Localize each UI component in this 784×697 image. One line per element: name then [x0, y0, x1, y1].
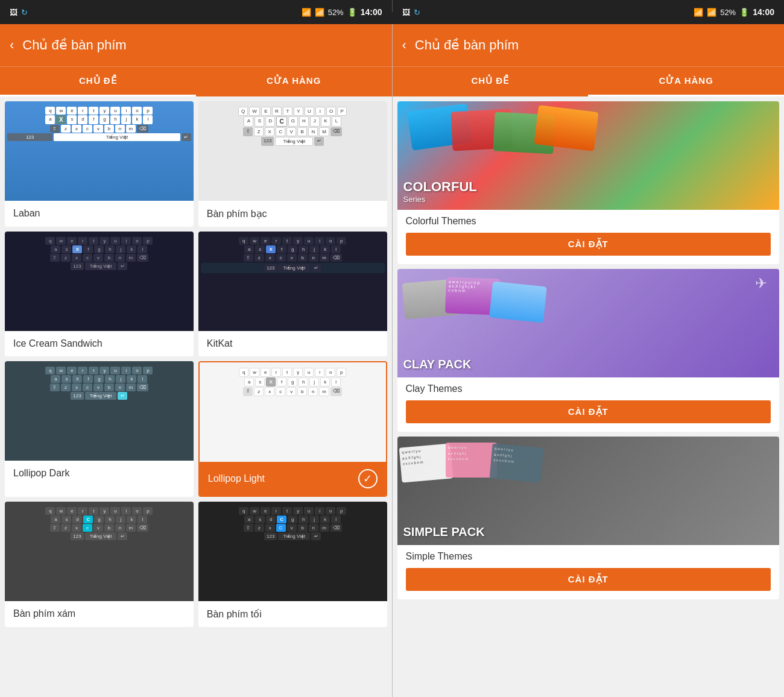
silver-label: Bàn phím bạc: [198, 201, 387, 227]
theme-card-ldark[interactable]: qwertyuiop asXfghjkl ⇧zxcvbnm⌫ 123Tiếng …: [5, 361, 194, 497]
colorful-pack-name: COLORFUL: [403, 179, 774, 195]
theme-card-ics[interactable]: qwertyuiop asXfghjkl ⇧zxcvbnm⌫ 123Tiếng …: [5, 232, 194, 356]
status-bar-right: 🖼 ↻ 📶 📶 52% 🔋 14:00: [393, 0, 785, 24]
store-card-clay[interactable]: ✈ q w e r t y u i o p a s X f g h j k l …: [397, 269, 780, 432]
signal-icon-right: 📶: [707, 8, 716, 17]
theme-card-silver[interactable]: QWERTYUIOP ASDCGHJKL ⇧ZXCVBNM⌫ 123Tiếng …: [198, 101, 387, 227]
right-tabs: CHỦ ĐỀ CỬA HÀNG: [393, 66, 785, 96]
clay-pack-name: CLAY PACK: [403, 358, 774, 371]
colorful-preview: COLORFUL Series: [397, 101, 780, 210]
ldark-label: Lollipop Dark: [5, 461, 194, 486]
photo-icon-right: 🖼: [402, 8, 410, 17]
silver-preview: QWERTYUIOP ASDCGHJKL ⇧ZXCVBNM⌫ 123Tiếng …: [198, 101, 387, 201]
simple-preview: q w e r t y u a s X f g h j z x c v b n …: [397, 437, 780, 545]
right-header-title: Chủ đề bàn phím: [415, 37, 519, 53]
colorful-title: Colorful Themes: [406, 216, 476, 227]
theme-card-dark[interactable]: qwertyuiop asdCghjkl ⇧zxCvbnm⌫ 123Tiếng …: [198, 502, 387, 627]
colorful-pack-sub: Series: [403, 195, 774, 204]
laban-label: Laban: [5, 201, 194, 226]
battery-left: 52%: [328, 8, 344, 17]
signal-icon: 📶: [315, 8, 324, 17]
left-header-title: Chủ đề bàn phím: [22, 37, 126, 53]
left-status-icons: 🖼 ↻: [10, 8, 28, 17]
status-bar: 🖼 ↻ 📶 📶 52% 🔋 14:00 🖼 ↻ 📶 📶 52% 🔋 14:00: [0, 0, 784, 24]
time-right: 14:00: [753, 7, 774, 17]
simple-footer: Simple Themes: [397, 545, 780, 568]
ics-label: Ice Cream Sandwich: [5, 331, 194, 356]
left-back-button[interactable]: ‹: [10, 37, 14, 53]
left-panel: ‹ Chủ đề bàn phím CHỦ ĐỀ CỬA HÀNG qwerty…: [0, 24, 393, 697]
ldark-preview: qwertyuiop asXfghjkl ⇧zxcvbnm⌫ 123Tiếng …: [5, 361, 194, 461]
left-tab-themes[interactable]: CHỦ ĐỀ: [0, 67, 196, 96]
store-card-colorful[interactable]: COLORFUL Series Colorful Themes CÀI ĐẶT: [397, 101, 780, 264]
right-tab-store[interactable]: CỬA HÀNG: [588, 67, 784, 96]
wifi-icon-right: 📶: [694, 8, 703, 17]
clay-install-button[interactable]: CÀI ĐẶT: [406, 400, 771, 423]
llight-check-icon: ✓: [358, 469, 378, 488]
llight-label: Lollipop Light: [208, 473, 265, 484]
right-back-button[interactable]: ‹: [402, 37, 406, 53]
store-card-simple[interactable]: q w e r t y u a s X f g h j z x c v b n …: [397, 437, 780, 599]
battery-icon-right: 🔋: [739, 8, 749, 17]
photo-icon: 🖼: [10, 8, 17, 17]
kitkat-preview: qwertyuiop asXfghjkl ⇧zxcvbnm⌫ 123Tiếng …: [198, 232, 387, 331]
colorful-install-button[interactable]: CÀI ĐẶT: [406, 233, 771, 256]
simple-pack-name: SIMPLE PACK: [403, 525, 774, 539]
simple-install-button[interactable]: CÀI ĐẶT: [406, 568, 771, 591]
battery-icon-left: 🔋: [347, 8, 357, 17]
clay-title: Clay Themes: [406, 383, 463, 394]
right-header: ‹ Chủ đề bàn phím: [393, 24, 785, 66]
theme-card-llight[interactable]: qwertyuiop asXfghjkl ⇧zxcvbnm⌫ Lollipop …: [198, 361, 387, 497]
kitkat-label: KitKat: [198, 331, 387, 356]
simple-title: Simple Themes: [406, 551, 473, 562]
wifi-icon: 📶: [302, 8, 311, 17]
theme-card-laban[interactable]: qwertyuiop aXsdfghjkl ⇧zxcvbnm⌫ 123Tiếng…: [5, 101, 194, 227]
left-tabs: CHỦ ĐỀ CỬA HÀNG: [0, 66, 392, 96]
left-signal-icons: 📶 📶 52% 🔋 14:00: [302, 7, 382, 17]
left-tab-store[interactable]: CỬA HÀNG: [196, 67, 392, 96]
right-panel: ‹ Chủ đề bàn phím CHỦ ĐỀ CỬA HÀNG: [393, 24, 785, 697]
status-bar-left: 🖼 ↻ 📶 📶 52% 🔋 14:00: [0, 0, 392, 24]
left-panel-content: qwertyuiop aXsdfghjkl ⇧zxcvbnm⌫ 123Tiếng…: [0, 96, 392, 697]
ics-preview: qwertyuiop asXfghjkl ⇧zxcvbnm⌫ 123Tiếng …: [5, 232, 194, 331]
dark-preview: qwertyuiop asdCghjkl ⇧zxCvbnm⌫ 123Tiếng …: [198, 502, 387, 601]
sync-icon: ↻: [21, 8, 28, 17]
gray-preview: qwertyuiop asdCghjkl ⇧zxcvbnm⌫ 123Tiếng …: [5, 502, 194, 601]
llight-preview: qwertyuiop asXfghjkl ⇧zxcvbnm⌫: [200, 362, 386, 462]
time-left: 14:00: [361, 7, 382, 17]
battery-right: 52%: [720, 8, 736, 17]
themes-grid: qwertyuiop aXsdfghjkl ⇧zxcvbnm⌫ 123Tiếng…: [5, 101, 387, 627]
left-header: ‹ Chủ đề bàn phím: [0, 24, 392, 66]
colorful-footer: Colorful Themes: [397, 210, 780, 233]
laban-preview: qwertyuiop aXsdfghjkl ⇧zxcvbnm⌫ 123Tiếng…: [5, 101, 194, 201]
right-signal-icons: 📶 📶 52% 🔋 14:00: [694, 7, 774, 17]
llight-label-container: Lollipop Light ✓: [200, 462, 386, 496]
right-status-icons: 🖼 ↻: [402, 8, 420, 17]
theme-card-gray[interactable]: qwertyuiop asdCghjkl ⇧zxcvbnm⌫ 123Tiếng …: [5, 502, 194, 627]
main-container: ‹ Chủ đề bàn phím CHỦ ĐỀ CỬA HÀNG qwerty…: [0, 24, 784, 697]
sync-icon-right: ↻: [414, 8, 420, 17]
clay-footer: Clay Themes: [397, 377, 780, 400]
gray-label: Bàn phím xám: [5, 601, 194, 626]
right-panel-content: COLORFUL Series Colorful Themes CÀI ĐẶT: [393, 96, 785, 697]
store-grid: COLORFUL Series Colorful Themes CÀI ĐẶT: [397, 101, 780, 599]
dark-label: Bàn phím tối: [198, 601, 387, 627]
right-tab-themes[interactable]: CHỦ ĐỀ: [393, 67, 589, 96]
theme-card-kitkat[interactable]: qwertyuiop asXfghjkl ⇧zxcvbnm⌫ 123Tiếng …: [198, 232, 387, 356]
clay-preview: ✈ q w e r t y u i o p a s X f g h j k l …: [397, 269, 780, 377]
